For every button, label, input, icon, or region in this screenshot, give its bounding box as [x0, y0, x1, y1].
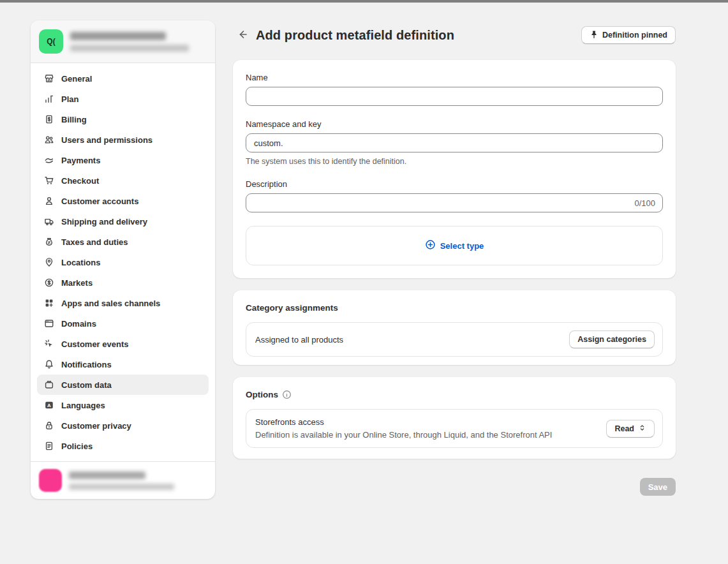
svg-text:A: A — [47, 403, 51, 408]
sidebar-item-notifications[interactable]: Notifications — [37, 354, 209, 375]
namespace-help-text: The system uses this to identify the def… — [246, 157, 663, 166]
page-title: Add product metafield definition — [256, 28, 454, 43]
select-type-box: Select type — [246, 226, 663, 265]
namespace-field-group: Namespace and key The system uses this t… — [246, 119, 663, 166]
cursor-click-icon — [43, 339, 54, 350]
globe-icon — [43, 278, 54, 288]
sidebar-item-custom-data[interactable]: Custom data — [37, 375, 209, 395]
language-icon: A — [43, 400, 54, 411]
assign-categories-label: Assign categories — [577, 335, 646, 344]
category-status-text: Assigned to all products — [255, 335, 561, 345]
select-type-button[interactable]: Select type — [425, 239, 484, 252]
billing-icon — [43, 114, 54, 125]
store-header[interactable]: Q( — [31, 20, 215, 63]
arrow-left-icon — [236, 28, 249, 43]
settings-nav: General Plan Billing Users and permissio… — [31, 63, 215, 461]
sidebar-item-shipping-and-delivery[interactable]: Shipping and delivery — [37, 211, 209, 232]
info-icon[interactable] — [282, 390, 292, 399]
definition-form-card: Name Namespace and key The system uses t… — [233, 60, 676, 278]
description-input[interactable] — [246, 193, 663, 212]
assign-categories-button[interactable]: Assign categories — [569, 330, 655, 348]
store-domain-redacted — [70, 45, 189, 52]
storefronts-access-row: Storefronts access Definition is availab… — [246, 409, 663, 448]
save-row: Save — [233, 478, 676, 496]
window-top-strip — [0, 0, 728, 3]
sidebar-item-checkout[interactable]: Checkout — [37, 170, 209, 191]
main-content: Add product metafield definition Definit… — [233, 26, 676, 496]
settings-sidebar: Q( General Plan Billing Users and permis… — [31, 20, 215, 499]
options-title: Options — [246, 390, 278, 399]
user-email-redacted — [69, 484, 174, 490]
policy-document-icon — [43, 441, 54, 452]
circle-plus-icon — [425, 239, 436, 252]
sidebar-item-taxes-and-duties[interactable]: Taxes and duties — [37, 232, 209, 252]
name-label: Name — [246, 73, 663, 82]
name-field-group: Name — [246, 73, 663, 106]
sidebar-item-apps-and-sales-channels[interactable]: Apps and sales channels — [37, 293, 209, 313]
storefront-access-value: Read — [614, 424, 634, 433]
cart-icon — [43, 175, 54, 186]
definition-pinned-label: Definition pinned — [602, 31, 667, 40]
plan-icon — [43, 94, 54, 105]
sidebar-item-domains[interactable]: Domains — [37, 313, 209, 334]
sidebar-item-label: Shipping and delivery — [61, 217, 147, 226]
bell-icon — [43, 359, 54, 370]
user-avatar — [39, 469, 62, 492]
sidebar-item-label: Apps and sales channels — [61, 299, 160, 308]
category-assignments-title: Category assignments — [246, 303, 338, 313]
page-header: Add product metafield definition Definit… — [233, 26, 676, 45]
sidebar-item-markets[interactable]: Markets — [37, 272, 209, 293]
select-type-label: Select type — [440, 241, 484, 251]
sidebar-item-billing[interactable]: Billing — [37, 109, 209, 130]
sidebar-item-customer-events[interactable]: Customer events — [37, 334, 209, 354]
sidebar-item-policies[interactable]: Policies — [37, 436, 209, 456]
description-field-group: Description 0/100 — [246, 179, 663, 212]
sidebar-item-label: Taxes and duties — [61, 237, 128, 247]
namespace-input[interactable] — [246, 133, 663, 152]
sidebar-item-label: Policies — [61, 442, 93, 451]
namespace-label: Namespace and key — [246, 119, 663, 129]
sidebar-item-customer-accounts[interactable]: Customer accounts — [37, 191, 209, 211]
users-icon — [43, 135, 54, 145]
category-assignments-card: Category assignments Assigned to all pro… — [233, 290, 676, 365]
sidebar-item-languages[interactable]: A Languages — [37, 395, 209, 415]
user-name-redacted — [69, 471, 145, 479]
location-pin-icon — [43, 257, 54, 268]
custom-data-icon — [43, 380, 54, 390]
save-button[interactable]: Save — [640, 478, 676, 496]
payments-icon — [43, 155, 54, 166]
sidebar-item-payments[interactable]: Payments — [37, 150, 209, 170]
store-name-redacted — [70, 32, 166, 40]
user-account-footer[interactable] — [31, 461, 215, 499]
definition-pinned-button[interactable]: Definition pinned — [581, 26, 676, 44]
sidebar-item-label: Checkout — [61, 176, 99, 186]
sidebar-item-label: Markets — [61, 278, 93, 288]
store-avatar: Q( — [39, 29, 63, 54]
sidebar-item-label: General — [61, 74, 92, 84]
sidebar-item-label: Billing — [61, 115, 87, 124]
sidebar-item-label: Users and permissions — [61, 135, 152, 145]
store-icon — [43, 73, 54, 84]
sidebar-item-general[interactable]: General — [37, 68, 209, 89]
sidebar-item-label: Customer privacy — [61, 421, 131, 431]
caret-updown-icon — [638, 424, 646, 434]
sidebar-item-customer-privacy[interactable]: Customer privacy — [37, 415, 209, 436]
taxes-icon — [43, 237, 54, 248]
sidebar-item-label: Plan — [61, 94, 78, 104]
storefront-access-select[interactable]: Read — [606, 420, 655, 438]
storefronts-access-title: Storefronts access — [255, 417, 598, 427]
sidebar-item-label: Customer accounts — [61, 197, 138, 206]
sidebar-item-label: Custom data — [61, 380, 112, 390]
pin-icon — [590, 30, 598, 41]
sidebar-item-label: Notifications — [61, 360, 112, 369]
sidebar-item-label: Languages — [61, 401, 105, 410]
domains-icon — [43, 318, 54, 329]
name-input[interactable] — [246, 87, 663, 106]
category-assignment-row: Assigned to all products Assign categori… — [246, 322, 663, 357]
truck-icon — [43, 216, 54, 227]
back-button[interactable] — [233, 26, 252, 45]
options-card: Options Storefronts access Definition is… — [233, 377, 676, 459]
sidebar-item-users-and-permissions[interactable]: Users and permissions — [37, 130, 209, 150]
sidebar-item-locations[interactable]: Locations — [37, 252, 209, 272]
sidebar-item-plan[interactable]: Plan — [37, 89, 209, 109]
